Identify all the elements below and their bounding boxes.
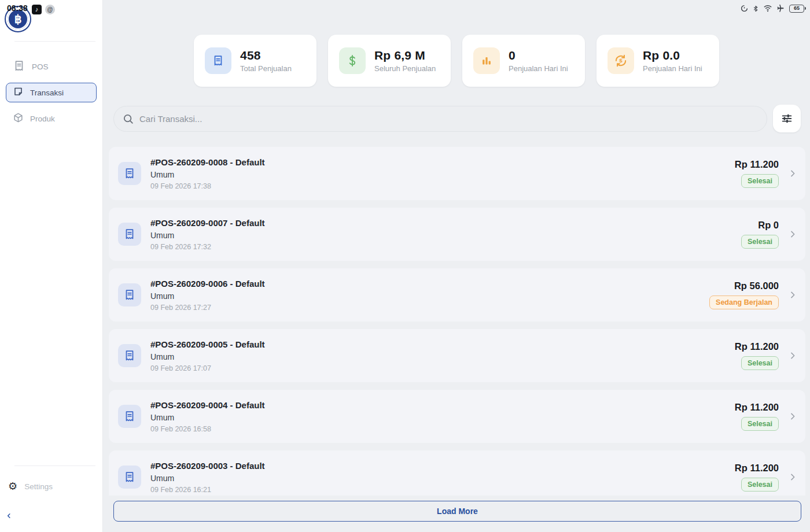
transaction-amount: Rp 56.000 [734,280,779,291]
bitcoin-logo-glyph: ฿ [8,9,28,29]
stat-card-icon [205,47,231,74]
transaction-summary: Rp 11.200 Selesai [735,159,779,188]
svg-text:$: $ [619,57,623,64]
stat-card: 458 Total Penjualan [194,35,316,87]
sidebar-nav-item[interactable]: Transaksi [6,83,97,102]
main-content: 458 Total Penjualan Rp 6,9 M Seluruh Pen… [103,0,810,532]
transaction-list: #POS-260209-0008 - Default Umum 09 Feb 2… [103,147,810,496]
filter-button[interactable] [773,105,801,132]
sidebar-item-label: Transaksi [30,88,64,97]
transaction-amount: Rp 11.200 [735,159,779,170]
receipt-icon [118,466,141,489]
settings-label: Settings [24,482,53,491]
status-badge: Sedang Berjalan [709,295,779,309]
stat-label: Penjualan Hari Ini [643,64,702,73]
gear-icon: ⚙ [8,481,17,492]
transaction-datetime: 09 Feb 2026 17:27 [150,304,265,312]
transaction-row[interactable]: #POS-260209-0006 - Default Umum 09 Feb 2… [109,268,805,322]
filter-sliders-icon [780,112,793,125]
transaction-datetime: 09 Feb 2026 16:58 [150,425,265,433]
transaction-id: #POS-260209-0008 - Default [150,157,265,167]
status-badge: Selesai [741,356,779,370]
transaction-amount: Rp 11.200 [735,402,779,413]
stat-value: Rp 0.0 [643,49,702,62]
stat-label: Penjualan Hari Ini [509,64,568,73]
sidebar-item-icon [13,112,24,125]
chevron-right-icon[interactable] [788,169,797,178]
status-badge: Selesai [741,174,779,188]
sidebar-collapse-button[interactable] [6,511,12,522]
stat-card: Rp 6,9 M Seluruh Penjualan [328,35,451,87]
transaction-row[interactable]: #POS-260209-0008 - Default Umum 09 Feb 2… [109,147,805,200]
chevron-left-icon [6,512,12,519]
status-badge: Selesai [741,235,779,249]
transaction-row[interactable]: #POS-260209-0007 - Default Umum 09 Feb 2… [109,208,805,261]
sidebar-item-icon [13,86,24,99]
transaction-info: #POS-260209-0008 - Default Umum 09 Feb 2… [150,157,265,190]
transaction-summary: Rp 0 Selesai [741,220,779,249]
load-more-button[interactable]: Load More [113,501,801,522]
sidebar-nav: POS Transaksi Produk [6,57,97,128]
transaction-amount: Rp 0 [758,220,779,231]
stat-label: Seluruh Penjualan [374,64,436,73]
stat-card-icon [473,47,500,74]
sidebar-divider-bottom [14,466,95,466]
chevron-right-icon[interactable] [788,351,797,360]
transaction-customer: Umum [150,231,265,240]
transaction-summary: Rp 11.200 Selesai [735,402,779,431]
transaction-datetime: 09 Feb 2026 17:07 [150,364,265,372]
transaction-datetime: 09 Feb 2026 16:21 [150,486,265,494]
stat-label: Total Penjualan [240,64,292,73]
sidebar-item-settings[interactable]: ⚙ Settings [8,481,53,492]
status-badge: Selesai [741,478,779,492]
sidebar-nav-item[interactable]: Produk [6,109,97,128]
sidebar-item-icon [13,60,25,74]
transaction-id: #POS-260209-0005 - Default [150,339,265,349]
search-icon [122,113,134,125]
transaction-customer: Umum [150,170,265,179]
transaction-row[interactable]: #POS-260209-0003 - Default Umum 09 Feb 2… [109,450,805,496]
transaction-customer: Umum [150,352,265,361]
receipt-icon [118,162,141,185]
chevron-right-icon[interactable] [788,230,797,239]
receipt-icon [118,344,141,367]
transaction-info: #POS-260209-0007 - Default Umum 09 Feb 2… [150,218,265,251]
transaction-row[interactable]: #POS-260209-0005 - Default Umum 09 Feb 2… [109,329,805,382]
transaction-customer: Umum [150,474,265,483]
transaction-amount: Rp 11.200 [735,341,779,352]
stat-value: 458 [240,49,292,62]
status-badge: Selesai [741,417,779,431]
stat-card: $ Rp 0.0 Penjualan Hari Ini [597,35,719,87]
sidebar: ฿ POS Transaksi Produk ⚙ Settings [0,0,103,532]
receipt-icon [118,283,141,306]
chevron-right-icon[interactable] [788,290,797,300]
transaction-info: #POS-260209-0006 - Default Umum 09 Feb 2… [150,279,265,312]
sidebar-item-label: POS [32,62,49,71]
transaction-id: #POS-260209-0006 - Default [150,279,265,289]
transaction-customer: Umum [150,291,265,301]
chevron-right-icon[interactable] [788,412,797,421]
stat-card: 0 Penjualan Hari Ini [462,35,585,87]
transaction-id: #POS-260209-0003 - Default [150,461,265,471]
transaction-datetime: 09 Feb 2026 17:38 [150,182,265,190]
transaction-summary: Rp 11.200 Selesai [735,341,779,370]
stat-value: Rp 6,9 M [374,49,436,62]
transaction-info: #POS-260209-0003 - Default Umum 09 Feb 2… [150,461,265,494]
chevron-right-icon[interactable] [788,472,797,482]
stat-card-icon: $ [608,47,634,74]
stats-cards: 458 Total Penjualan Rp 6,9 M Seluruh Pen… [103,35,810,87]
transaction-summary: Rp 56.000 Sedang Berjalan [709,280,779,309]
transaction-info: #POS-260209-0005 - Default Umum 09 Feb 2… [150,339,265,372]
stat-value: 0 [509,49,568,62]
transaction-datetime: 09 Feb 2026 17:32 [150,243,265,251]
transaction-info: #POS-260209-0004 - Default Umum 09 Feb 2… [150,400,265,433]
receipt-icon [118,405,141,428]
transaction-id: #POS-260209-0007 - Default [150,218,265,228]
transaction-id: #POS-260209-0004 - Default [150,400,265,410]
search-row [103,105,810,132]
transaction-row[interactable]: #POS-260209-0004 - Default Umum 09 Feb 2… [109,390,805,443]
sidebar-nav-item[interactable]: POS [6,57,97,76]
search-input[interactable] [113,106,767,132]
stat-card-icon [339,47,366,74]
search-wrap [113,106,767,132]
